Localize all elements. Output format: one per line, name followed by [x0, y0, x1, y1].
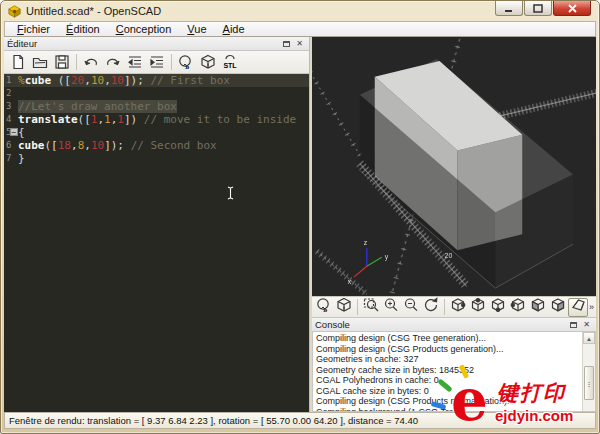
zoom-all-icon	[363, 297, 379, 317]
zoom-out-icon	[403, 297, 419, 317]
new-icon	[10, 54, 26, 70]
line-number: 3	[4, 100, 18, 113]
toolbar-separator	[444, 299, 445, 315]
open-button[interactable]	[29, 52, 51, 72]
export-stl-button[interactable]: STL	[219, 52, 241, 72]
editor-float-button[interactable]	[280, 39, 293, 49]
save-button[interactable]	[51, 52, 73, 72]
line-number: 4	[4, 113, 18, 126]
maximize-button[interactable]	[524, 1, 552, 16]
menu-item-conception[interactable]: Conception	[108, 22, 180, 36]
editor-panel: Éditeur ✕ »STL 1%cube ([20,10,10]); // F…	[4, 37, 310, 412]
menu-item-edition[interactable]: Édition	[58, 22, 108, 36]
menu-item-vue[interactable]: Vue	[179, 22, 214, 36]
preview-button[interactable]: »	[175, 52, 197, 72]
view-back-icon	[550, 297, 566, 317]
text-cursor-icon	[226, 186, 235, 200]
view-left-icon	[510, 297, 526, 317]
scroll-up-icon[interactable]: ▲	[583, 332, 595, 344]
console-close-button[interactable]: ✕	[580, 320, 593, 330]
view-right-button[interactable]	[448, 298, 468, 317]
code-text: }	[18, 152, 25, 165]
zoom-all-button[interactable]	[361, 298, 381, 317]
code-line[interactable]: 5−{	[4, 126, 309, 139]
scrollbar-thumb[interactable]	[584, 366, 594, 400]
code-line[interactable]: 3//Let's draw another box	[4, 100, 309, 113]
client-area: Éditeur ✕ »STL 1%cube ([20,10,10]); // F…	[4, 37, 596, 412]
view-top-button[interactable]	[468, 298, 488, 317]
float-icon	[570, 322, 577, 328]
unindent-icon	[127, 54, 143, 70]
code-text: %cube ([20,10,10]); // First box	[18, 74, 230, 87]
undo-button[interactable]	[80, 52, 102, 72]
console-line: Compiling design (CSG Products generatio…	[316, 344, 593, 355]
save-icon	[54, 54, 70, 70]
code-line[interactable]: 4translate([1,1,1]) // move it to be ins…	[4, 113, 309, 126]
reset-view-button[interactable]	[421, 298, 441, 317]
code-line[interactable]: 7}	[4, 152, 309, 165]
preview-icon: »	[178, 54, 194, 70]
console-float-button[interactable]	[567, 320, 580, 330]
x-axis-label: x	[348, 278, 352, 285]
console-scrollbar[interactable]: ▲	[582, 332, 595, 411]
window-title: Untitled.scad* - OpenSCAD	[26, 5, 161, 17]
console-panel-title: Console	[315, 319, 567, 330]
undo-icon	[83, 54, 99, 70]
minimize-button[interactable]	[495, 1, 523, 16]
svg-text:»: »	[185, 63, 190, 71]
line-number: 2	[4, 87, 18, 100]
view-right-icon	[450, 297, 466, 317]
console-panel: Console ✕ Compiling design (CSG Tree gen…	[312, 318, 596, 412]
view-front-icon	[530, 297, 546, 317]
zoom-in-button[interactable]	[381, 298, 401, 317]
open-icon	[32, 54, 48, 70]
3d-viewport[interactable]: 20 z y x	[312, 37, 596, 296]
new-button[interactable]	[7, 52, 29, 72]
render-icon	[336, 297, 352, 317]
console-panel-header: Console ✕	[312, 318, 596, 332]
console-line: Geometries in cache: 327	[316, 354, 593, 365]
toolbar-separator	[171, 54, 172, 70]
console-line: Compiling design (CSG Tree generation)..…	[316, 333, 593, 344]
menu-item-aide[interactable]: Aide	[215, 22, 253, 36]
viewport-toolbar: »»	[312, 296, 596, 318]
render-button[interactable]	[197, 52, 219, 72]
close-button[interactable]	[553, 1, 591, 16]
view-left-button[interactable]	[508, 298, 528, 317]
line-number: 1	[4, 74, 18, 87]
console-output[interactable]: Compiling design (CSG Tree generation)..…	[312, 332, 596, 412]
view-front-button[interactable]	[528, 298, 548, 317]
indent-button[interactable]	[146, 52, 168, 72]
toolbar-separator	[76, 54, 77, 70]
zoom-out-button[interactable]	[401, 298, 421, 317]
redo-button[interactable]	[102, 52, 124, 72]
console-line: CGAL cache size in bytes: 0	[316, 386, 593, 397]
toolbar-overflow-button[interactable]: »	[589, 302, 594, 312]
view-bottom-icon	[490, 297, 506, 317]
view-bottom-button[interactable]	[488, 298, 508, 317]
axis-indicator: z y x	[348, 239, 389, 285]
fold-marker-icon[interactable]: −	[10, 128, 18, 136]
zoom-in-icon	[383, 297, 399, 317]
svg-text:»: »	[323, 306, 328, 314]
unindent-button[interactable]	[124, 52, 146, 72]
view-perspective-button[interactable]	[568, 298, 588, 317]
code-line[interactable]: 1%cube ([20,10,10]); // First box	[4, 74, 309, 87]
code-editor[interactable]: 1%cube ([20,10,10]); // First box23//Let…	[4, 74, 309, 412]
export-stl-icon: STL	[222, 54, 238, 70]
status-text: Fenêtre de rendu: translation = [ 9.37 6…	[9, 415, 418, 426]
indent-icon	[149, 54, 165, 70]
status-bar: Fenêtre de rendu: translation = [ 9.37 6…	[4, 412, 596, 429]
console-line: Geometry cache size in bytes: 1845352	[316, 365, 593, 376]
menu-item-fichier[interactable]: Fichier	[9, 22, 58, 36]
render-button[interactable]	[334, 298, 354, 317]
ruler-label: 20	[445, 252, 453, 259]
code-line[interactable]: 2	[4, 87, 309, 100]
code-line[interactable]: 6cube([18,8,10]); // Second box	[4, 139, 309, 152]
openscad-window: Untitled.scad* - OpenSCAD FichierÉdition…	[0, 0, 600, 434]
editor-close-button[interactable]: ✕	[293, 39, 306, 49]
view-back-button[interactable]	[548, 298, 568, 317]
toolbar-separator	[357, 299, 358, 315]
3d-scene: 20 z y x	[312, 37, 596, 295]
preview-button[interactable]: »	[314, 298, 334, 317]
